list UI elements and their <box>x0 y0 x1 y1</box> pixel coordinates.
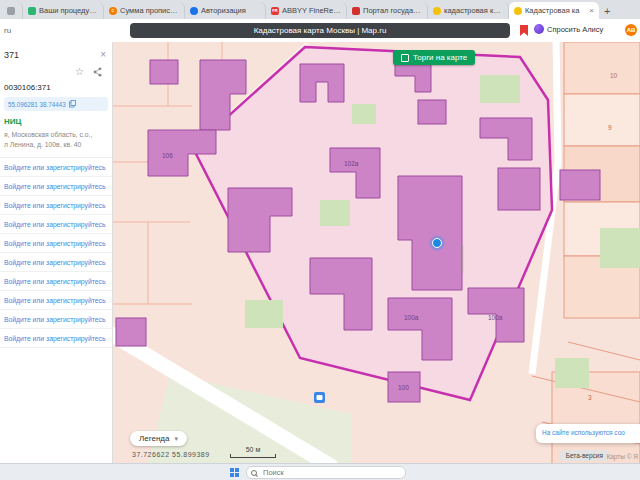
info-row: Войдите или зарегистрируйтесь <box>0 234 112 253</box>
bookmark-icon[interactable] <box>520 25 528 36</box>
tab-favicon-icon <box>7 7 15 15</box>
beta-badge: Бета-версия <box>559 450 610 461</box>
scale-line <box>230 454 276 458</box>
panel-number: 371 <box>4 50 19 60</box>
coordinates-pill[interactable]: 55.096281 38.74443 <box>4 97 108 111</box>
tab-label: Кадастровая ка <box>525 6 586 15</box>
browser-tab[interactable]: Ваши процедуры <box>23 2 104 19</box>
address-bar[interactable]: Кадастровая карта Москвы | Map.ru <box>130 23 510 38</box>
tab-label: Ваши процедуры <box>39 6 98 15</box>
browser-tab[interactable]: С Сумма прописью с <box>104 2 185 19</box>
building-label: 100а <box>404 314 419 321</box>
info-row: Войдите или зарегистрируйтесь <box>0 215 112 234</box>
scale-label: 50 м <box>230 446 276 453</box>
browser-toolbar: ru Кадастровая карта Москвы | Map.ru Спр… <box>0 19 640 43</box>
transit-icon <box>314 392 325 403</box>
browser-tab[interactable]: кадастровая карта <box>428 2 509 19</box>
search-input[interactable] <box>261 467 401 478</box>
tab-favicon-icon <box>433 7 441 15</box>
parcel-number: 10 <box>610 72 618 79</box>
info-row: Войдите или зарегистрируйтесь <box>0 196 112 215</box>
building-label: 100 <box>398 384 409 391</box>
login-link[interactable]: Войдите или зарегистрируйтесь <box>4 240 106 247</box>
status-text: НИЦ <box>0 116 112 128</box>
tab-favicon-icon <box>28 7 36 15</box>
legend-label: Легенда <box>139 434 169 443</box>
chevron-down-icon: ▾ <box>174 435 178 443</box>
new-tab-button[interactable]: + <box>604 5 610 17</box>
cadastral-number: 0030106:371 <box>0 80 112 93</box>
address-line: л Ленина, д. 100в, кв. 40 <box>4 140 108 150</box>
building-label: 100а <box>488 314 503 321</box>
building-label: 106 <box>162 152 173 159</box>
tab-label: Портал государст <box>363 6 422 15</box>
login-link[interactable]: Войдите или зарегистрируйтесь <box>4 297 106 304</box>
login-link[interactable]: Войдите или зарегистрируйтесь <box>4 259 106 266</box>
info-row: Войдите или зарегистрируйтесь <box>0 177 112 196</box>
browser-tab[interactable] <box>2 2 23 19</box>
info-row: Войдите или зарегистрируйтесь <box>0 272 112 291</box>
info-row: Войдите или зарегистрируйтесь <box>0 158 112 177</box>
cookie-link[interactable]: соо <box>614 429 625 436</box>
browser-tab[interactable]: FR ABBYY FineReader <box>266 2 347 19</box>
tab-favicon-icon: С <box>109 7 117 15</box>
info-row: Войдите или зарегистрируйтесь <box>0 329 112 348</box>
scale-bar: 50 м <box>230 446 276 458</box>
login-link[interactable]: Войдите или зарегистрируйтесь <box>4 202 106 209</box>
parcel-number: 9 <box>608 124 612 131</box>
building-label: 102а <box>344 160 359 167</box>
tab-label: Сумма прописью с <box>120 6 179 15</box>
alice-label: Спросить Алису <box>547 25 603 34</box>
start-button[interactable] <box>230 468 239 477</box>
coordinates-value: 55.096281 38.74443 <box>8 101 66 108</box>
coordinates-readout: 37.726622 55.899389 <box>132 451 210 458</box>
share-icon[interactable] <box>93 67 102 77</box>
alice-button[interactable]: Спросить Алису <box>534 24 603 34</box>
browser-tabstrip: Ваши процедуры С Сумма прописью с Автори… <box>0 0 640 19</box>
taskbar-search[interactable] <box>246 466 406 479</box>
info-row: Войдите или зарегистрируйтесь <box>0 310 112 329</box>
info-row: Войдите или зарегистрируйтесь <box>0 291 112 310</box>
tab-favicon-icon <box>352 7 360 15</box>
login-link[interactable]: Войдите или зарегистрируйтесь <box>4 335 106 342</box>
browser-tab[interactable]: Авторизация <box>185 2 266 19</box>
tab-favicon-icon <box>190 7 198 15</box>
close-icon[interactable]: × <box>100 49 106 60</box>
parcel-number: 3 <box>588 394 592 401</box>
trades-label: Торги на карте <box>413 53 467 62</box>
copy-icon[interactable] <box>69 100 76 108</box>
alice-icon <box>534 24 544 34</box>
login-link[interactable]: Войдите или зарегистрируйтесь <box>4 221 106 228</box>
tab-favicon-icon <box>514 7 522 15</box>
favorite-star-icon[interactable]: ☆ <box>75 67 84 77</box>
tab-close-icon[interactable]: × <box>589 6 594 15</box>
login-link[interactable]: Войдите или зарегистрируйтесь <box>4 316 106 323</box>
avatar[interactable]: АВ <box>625 24 637 36</box>
map-attribution: Карты © Я <box>606 453 638 460</box>
trades-on-map-button[interactable]: Торги на карте <box>393 50 475 65</box>
address-block: я, Московская область, с.о., л Ленина, д… <box>0 128 112 158</box>
login-link[interactable]: Войдите или зарегистрируйтесь <box>4 183 106 190</box>
taskbar <box>0 463 640 480</box>
browser-tab[interactable]: Портал государст <box>347 2 428 19</box>
address-line: я, Московская область, с.о., <box>4 130 108 140</box>
browser-tab-active[interactable]: Кадастровая ка × <box>509 2 599 19</box>
tab-label: ABBYY FineReader <box>282 6 341 15</box>
login-link[interactable]: Войдите или зарегистрируйтесь <box>4 164 106 171</box>
location-marker <box>430 236 445 251</box>
trades-icon <box>401 54 409 62</box>
legend-button[interactable]: Легенда ▾ <box>130 431 187 446</box>
tab-favicon-icon: FR <box>271 7 279 15</box>
map-canvas[interactable]: 106 102а 100а 100а 100 10 9 3 Торги на к… <box>112 42 640 464</box>
cookie-notice: На сайте используются соо <box>536 424 640 443</box>
login-link[interactable]: Войдите или зарегистрируйтесь <box>4 278 106 285</box>
info-panel: 371 × ☆ 0030106:371 55.096281 38.74443 Н… <box>0 42 113 464</box>
url-fragment: ru <box>4 26 11 35</box>
tab-label: кадастровая карта <box>444 6 503 15</box>
cookie-text: На сайте используются <box>542 429 614 436</box>
info-row: Войдите или зарегистрируйтесь <box>0 253 112 272</box>
search-icon <box>251 470 257 476</box>
tab-label: Авторизация <box>201 6 260 15</box>
